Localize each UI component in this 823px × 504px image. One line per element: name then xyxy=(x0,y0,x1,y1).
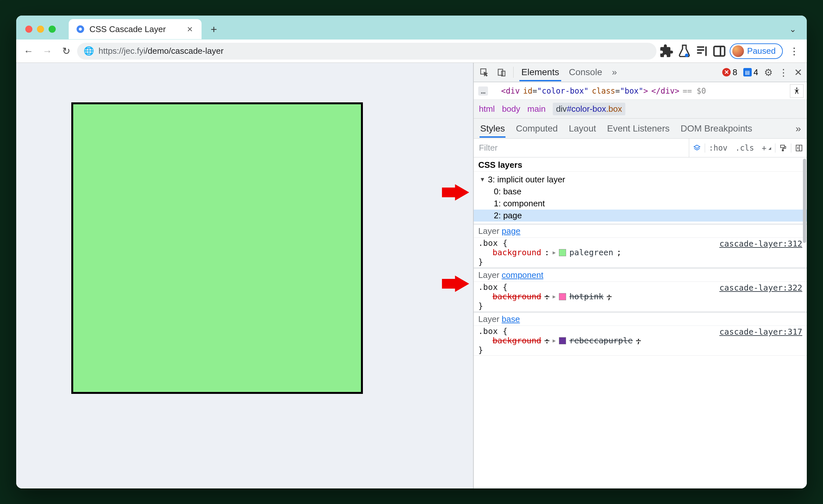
styles-scrollbar[interactable] xyxy=(802,157,807,488)
active-tab[interactable]: CSS Cascade Layer × xyxy=(69,19,201,39)
layer-page-label: 2: page xyxy=(494,210,522,220)
new-rule-button[interactable]: +◢ xyxy=(758,139,775,157)
rule-prop: background xyxy=(493,336,541,345)
layer-row-component[interactable]: 1: component xyxy=(477,198,802,209)
new-tab-button[interactable]: + xyxy=(206,23,220,36)
color-swatch[interactable] xyxy=(559,337,566,344)
side-panel-icon[interactable] xyxy=(712,44,726,58)
rule-declaration[interactable]: background: ▶ hotpink; xyxy=(478,292,802,301)
color-swatch[interactable] xyxy=(559,249,566,256)
rule-layer-link[interactable]: page xyxy=(502,226,520,236)
devtools-tab-more[interactable]: » xyxy=(610,63,619,81)
tab-title: CSS Cascade Layer xyxy=(90,24,181,34)
forward-button[interactable]: → xyxy=(39,43,55,59)
color-swatch[interactable] xyxy=(559,293,566,300)
styles-body: CSS layers ▼ 3: implicit outer layer 0: … xyxy=(474,157,807,488)
devtools-panel: Elements Console » ✕ 8 ▤ 4 ⚙ ⋮ ✕ xyxy=(473,63,807,488)
reload-button[interactable]: ↻ xyxy=(58,43,74,59)
layer-row-page[interactable]: 2: page xyxy=(474,209,807,221)
cls-toggle[interactable]: .cls xyxy=(731,139,758,157)
minimize-window-button[interactable] xyxy=(37,26,44,33)
rule-colon: : xyxy=(545,336,549,345)
expand-shorthand-icon[interactable]: ▶ xyxy=(553,249,556,256)
crumb-html[interactable]: html xyxy=(479,104,495,114)
device-toggle-icon[interactable] xyxy=(496,66,507,78)
rule-source-link[interactable]: cascade-layer:317 xyxy=(719,327,802,337)
computed-toggle-icon[interactable] xyxy=(791,139,807,157)
layer-component-label: 1: component xyxy=(494,198,545,209)
browser-window: CSS Cascade Layer × + ⌄ ← → ↻ 🌐 https://… xyxy=(16,16,807,488)
crumb-selected[interactable]: div#color-box.box xyxy=(553,103,625,115)
favicon-icon xyxy=(76,25,85,34)
rule-semi: ; xyxy=(617,248,622,257)
styles-tab-computed[interactable]: Computed xyxy=(515,120,558,138)
crumb-body[interactable]: body xyxy=(502,104,520,114)
tab-list-chevron-icon[interactable]: ⌄ xyxy=(789,24,807,34)
styles-tab-listeners[interactable]: Event Listeners xyxy=(607,120,670,138)
svg-rect-11 xyxy=(781,145,785,148)
scrollbar-thumb[interactable] xyxy=(803,159,806,243)
rule-layer-link[interactable]: component xyxy=(502,270,543,280)
elements-source-line[interactable]: … <div id="color-box" class="box"> </div… xyxy=(474,82,807,100)
styles-filter-input[interactable] xyxy=(474,139,689,157)
site-info-icon[interactable]: 🌐 xyxy=(84,46,94,56)
browser-menu-button[interactable]: ⋮ xyxy=(786,45,802,57)
rule-layer-link[interactable]: base xyxy=(502,314,520,324)
hov-toggle[interactable]: :hov xyxy=(705,139,731,157)
address-bar[interactable]: 🌐 https://jec.fyi/demo/cascade-layer xyxy=(77,43,656,59)
rule-section: Layer component cascade-layer:322 .box {… xyxy=(474,268,807,312)
rule-prop: background xyxy=(493,248,541,257)
devtools-menu-icon[interactable]: ⋮ xyxy=(779,67,788,78)
rule-layer-label: Layer xyxy=(478,270,502,280)
styles-tab-layout[interactable]: Layout xyxy=(568,120,597,138)
accessibility-icon[interactable] xyxy=(790,84,804,98)
layer-tree: ▼ 3: implicit outer layer 0: base 1: com… xyxy=(474,172,807,223)
rule-source-link[interactable]: cascade-layer:322 xyxy=(719,283,802,293)
styles-tab-styles[interactable]: Styles xyxy=(480,120,505,138)
devtools-close-icon[interactable]: ✕ xyxy=(794,67,802,78)
crumb-main[interactable]: main xyxy=(527,104,546,114)
rule-val: palegreen xyxy=(569,248,613,257)
close-window-button[interactable] xyxy=(25,26,32,33)
disclosure-triangle-icon[interactable]: ▼ xyxy=(480,176,485,183)
inspect-element-icon[interactable] xyxy=(478,66,490,78)
expand-shorthand-icon[interactable]: ▶ xyxy=(553,294,556,300)
rule-declaration[interactable]: background: ▶ palegreen; xyxy=(478,248,802,257)
back-button[interactable]: ← xyxy=(21,43,36,59)
rule-body[interactable]: cascade-layer:322 .box { background: ▶ h… xyxy=(474,282,807,312)
layer-row-base[interactable]: 0: base xyxy=(477,186,802,198)
rule-val: rebeccapurple xyxy=(569,336,633,345)
window-controls xyxy=(25,26,56,33)
avatar-icon xyxy=(732,45,744,57)
src-id-attr: id xyxy=(523,87,532,96)
profile-paused-pill[interactable]: Paused xyxy=(730,43,783,59)
reading-list-icon[interactable] xyxy=(695,44,709,58)
rule-declaration[interactable]: background: ▶ rebeccapurple; xyxy=(478,336,802,345)
devtools-tab-elements[interactable]: Elements xyxy=(519,63,561,81)
src-id-val: "color-box" xyxy=(537,87,589,96)
svg-point-2 xyxy=(685,53,688,57)
svg-rect-3 xyxy=(714,46,724,56)
message-count[interactable]: ▤ 4 xyxy=(743,67,758,77)
rule-source-link[interactable]: cascade-layer:312 xyxy=(719,239,802,248)
labs-icon[interactable] xyxy=(677,44,691,58)
styles-tab-dom[interactable]: DOM Breakpoints xyxy=(680,120,753,138)
settings-gear-icon[interactable]: ⚙ xyxy=(764,67,773,78)
breadcrumb: html body main div#color-box.box xyxy=(474,100,807,119)
paint-icon[interactable] xyxy=(775,139,791,157)
styles-tab-more[interactable]: » xyxy=(796,123,801,134)
rule-body[interactable]: cascade-layer:317 .box { background: ▶ r… xyxy=(474,326,807,356)
expand-shorthand-icon[interactable]: ▶ xyxy=(553,338,556,344)
layer-row-outer[interactable]: ▼ 3: implicit outer layer xyxy=(477,174,802,186)
tab-close-icon[interactable]: × xyxy=(185,24,194,35)
error-count[interactable]: ✕ 8 xyxy=(722,67,737,77)
rule-body[interactable]: cascade-layer:312 .box { background: ▶ p… xyxy=(474,238,807,268)
layers-toggle-icon[interactable] xyxy=(689,139,705,157)
ellipsis-icon[interactable]: … xyxy=(478,87,488,96)
rule-prop: background xyxy=(493,292,541,301)
maximize-window-button[interactable] xyxy=(49,26,56,33)
extensions-icon[interactable] xyxy=(660,44,674,58)
devtools-tab-console[interactable]: Console xyxy=(567,63,604,81)
paused-label: Paused xyxy=(747,46,776,56)
url-path: /demo/cascade-layer xyxy=(146,46,223,56)
